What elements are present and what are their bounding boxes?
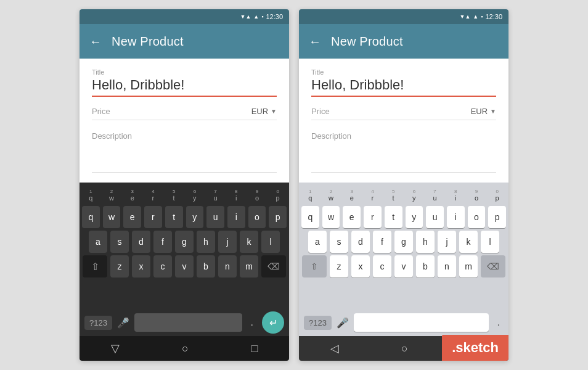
- keyboard-action-light: ?123 🎤 .: [299, 309, 508, 336]
- lkey-f[interactable]: f: [373, 231, 391, 253]
- title-value-2[interactable]: Hello, Dribbble!: [311, 77, 496, 97]
- lkey-u[interactable]: u: [426, 206, 444, 228]
- currency-selector[interactable]: EUR ▼: [251, 107, 277, 116]
- backspace-key-light[interactable]: ⌫: [481, 255, 505, 278]
- lkey-x[interactable]: x: [351, 255, 370, 278]
- lkey-p[interactable]: p: [488, 206, 506, 228]
- key-v[interactable]: v: [175, 255, 194, 278]
- key-n[interactable]: n: [218, 255, 237, 278]
- key-s[interactable]: s: [110, 231, 129, 253]
- key-e[interactable]: e: [123, 206, 141, 228]
- key-4[interactable]: 4r: [144, 186, 162, 204]
- key-g[interactable]: g: [175, 231, 194, 253]
- key-c[interactable]: c: [153, 255, 172, 278]
- lkey-r[interactable]: r: [364, 206, 382, 228]
- spacebar-light[interactable]: [354, 313, 489, 332]
- lkey-o[interactable]: o: [468, 206, 486, 228]
- lkey-z[interactable]: z: [330, 255, 348, 278]
- lkey-s[interactable]: s: [330, 231, 348, 253]
- lkey-m[interactable]: m: [459, 255, 478, 278]
- key-6[interactable]: 6y: [186, 186, 204, 204]
- lkey-e[interactable]: e: [343, 206, 361, 228]
- lkey-q[interactable]: q: [301, 206, 319, 228]
- lkey-d[interactable]: d: [351, 231, 370, 253]
- mic-icon[interactable]: 🎤: [117, 317, 129, 329]
- lkey-6[interactable]: 6y: [406, 186, 423, 204]
- lkey-1[interactable]: 1q: [301, 186, 319, 204]
- key-b[interactable]: b: [197, 255, 215, 278]
- shift-key-light[interactable]: ⇧: [302, 255, 327, 278]
- lkey-5[interactable]: 5t: [385, 186, 402, 204]
- spacebar-dark[interactable]: [134, 313, 242, 332]
- key-8[interactable]: 8i: [227, 186, 245, 204]
- key-0[interactable]: 0p: [269, 186, 287, 204]
- period-key-dark[interactable]: .: [247, 314, 257, 331]
- lkey-0[interactable]: 0p: [488, 186, 506, 204]
- key-i[interactable]: i: [227, 206, 245, 228]
- lkey-j[interactable]: j: [438, 231, 456, 253]
- key-w[interactable]: w: [103, 206, 121, 228]
- lkey-v[interactable]: v: [394, 255, 413, 278]
- back-nav-icon-light[interactable]: ◁: [330, 342, 339, 355]
- lkey-b[interactable]: b: [416, 255, 435, 278]
- title-label: Title: [92, 68, 277, 76]
- back-nav-icon[interactable]: ▽: [111, 342, 120, 355]
- lkey-c[interactable]: c: [373, 255, 391, 278]
- lkey-3[interactable]: 3e: [343, 186, 361, 204]
- key-l[interactable]: l: [261, 231, 280, 253]
- key-9[interactable]: 9o: [248, 186, 266, 204]
- key-r[interactable]: r: [144, 206, 162, 228]
- home-nav-icon[interactable]: ○: [182, 342, 189, 355]
- lkey-4[interactable]: 4r: [364, 186, 382, 204]
- key-x[interactable]: x: [132, 255, 150, 278]
- backspace-key[interactable]: ⌫: [261, 255, 286, 278]
- key-a[interactable]: a: [89, 231, 107, 253]
- lkey-8[interactable]: 8i: [447, 186, 465, 204]
- key-5[interactable]: 5t: [165, 186, 183, 204]
- lkey-l[interactable]: l: [481, 231, 499, 253]
- key-h[interactable]: h: [197, 231, 215, 253]
- enter-key-dark[interactable]: ↵: [262, 311, 284, 334]
- key-k[interactable]: k: [240, 231, 258, 253]
- lkey-n[interactable]: n: [438, 255, 456, 278]
- lkey-h[interactable]: h: [416, 231, 435, 253]
- shift-key[interactable]: ⇧: [83, 255, 107, 278]
- lkey-7[interactable]: 7u: [426, 186, 444, 204]
- key-3[interactable]: 3e: [123, 186, 141, 204]
- numbers-key-dark[interactable]: ?123: [84, 316, 112, 330]
- key-m[interactable]: m: [240, 255, 258, 278]
- lkey-2[interactable]: 2w: [322, 186, 340, 204]
- lkey-9[interactable]: 9o: [468, 186, 486, 204]
- title-value[interactable]: Hello, Dribbble!: [92, 77, 277, 97]
- key-y[interactable]: y: [186, 206, 204, 228]
- key-j[interactable]: j: [218, 231, 237, 253]
- key-q[interactable]: q: [82, 206, 100, 228]
- key-o[interactable]: o: [248, 206, 266, 228]
- phone-dark: ▼▲ ▲ ▪ 12:30 ← New Product Title Hello, …: [80, 9, 289, 361]
- key-u[interactable]: u: [206, 206, 224, 228]
- back-button-2[interactable]: ←: [309, 35, 321, 49]
- lkey-a[interactable]: a: [308, 231, 327, 253]
- key-z[interactable]: z: [110, 255, 129, 278]
- lkey-k[interactable]: k: [459, 231, 478, 253]
- lkey-g[interactable]: g: [394, 231, 413, 253]
- home-nav-icon-light[interactable]: ○: [401, 342, 408, 355]
- app-bar-title-2: New Product: [331, 35, 403, 49]
- currency-selector-2[interactable]: EUR ▼: [471, 107, 496, 116]
- lkey-y[interactable]: y: [406, 206, 423, 228]
- key-f[interactable]: f: [153, 231, 172, 253]
- key-7[interactable]: 7u: [206, 186, 224, 204]
- lkey-i[interactable]: i: [447, 206, 465, 228]
- key-d[interactable]: d: [132, 231, 150, 253]
- period-key-light[interactable]: .: [494, 314, 504, 331]
- key-p[interactable]: p: [269, 206, 287, 228]
- key-t[interactable]: t: [165, 206, 183, 228]
- lkey-w[interactable]: w: [322, 206, 340, 228]
- key-1[interactable]: 1q: [82, 186, 100, 204]
- recents-nav-icon[interactable]: □: [251, 342, 258, 355]
- numbers-key-light[interactable]: ?123: [304, 316, 332, 330]
- key-2[interactable]: 2w: [103, 186, 121, 204]
- back-button[interactable]: ←: [89, 35, 102, 49]
- mic-icon-light[interactable]: 🎤: [337, 317, 349, 329]
- lkey-t[interactable]: t: [385, 206, 402, 228]
